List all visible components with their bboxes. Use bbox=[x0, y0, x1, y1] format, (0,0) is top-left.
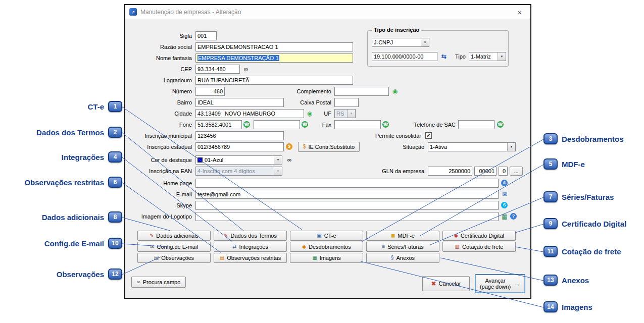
gln-more-button[interactable]: ... bbox=[510, 167, 523, 176]
observacoes-button[interactable]: ▤Observações bbox=[137, 253, 211, 263]
phone-icon[interactable]: ☎ bbox=[382, 121, 389, 128]
desdobramentos-button[interactable]: ◆Desdobramentos bbox=[290, 242, 363, 252]
cor-destaque-select[interactable]: 01-Azul ▼ bbox=[195, 155, 282, 165]
paperclip-icon: § bbox=[391, 255, 394, 260]
gln-value-2: 00001 bbox=[479, 168, 494, 174]
image-icon[interactable]: ▦ bbox=[501, 213, 508, 220]
note-icon: ▤ bbox=[154, 255, 159, 260]
integracoes-button[interactable]: ⇄Integrações bbox=[214, 242, 287, 252]
numero-field[interactable]: 460 bbox=[195, 87, 225, 96]
binoculars-icon[interactable]: ∞ bbox=[242, 66, 250, 73]
inscricao-municipal-field[interactable]: 123456 bbox=[195, 131, 284, 140]
gln-more-label: ... bbox=[514, 168, 518, 174]
callout-badge: 4 bbox=[108, 151, 122, 163]
callout-badge: 9 bbox=[543, 218, 558, 229]
tipo-label: Tipo bbox=[439, 52, 466, 61]
imagens-button[interactable]: ▦Imagens bbox=[290, 253, 363, 263]
app-icon: ↗ bbox=[129, 8, 137, 16]
tipo-matriz-select[interactable]: 1-Matriz ▼ bbox=[469, 52, 506, 61]
numero-label: Número bbox=[125, 87, 192, 96]
mdf-e-button[interactable]: ◼MDF-e bbox=[366, 231, 439, 241]
procura-campo-button[interactable]: ∞ Procura campo bbox=[131, 277, 186, 288]
imagem-logotipo-field[interactable] bbox=[195, 212, 499, 221]
dados-adicionais-button[interactable]: ✎Dados adicionais bbox=[137, 231, 211, 241]
tipo-documento-select[interactable]: J-CNPJ ▼ bbox=[372, 38, 429, 47]
envelope-icon: ✉ bbox=[150, 244, 154, 249]
config-de-email-button[interactable]: ✉Config.de E-mail bbox=[137, 242, 211, 252]
cotacao-de-frete-button[interactable]: ▥Cotação de frete bbox=[442, 242, 516, 252]
map-pin-icon[interactable]: ◉ bbox=[391, 88, 399, 95]
inscricao-estadual-field[interactable]: 012/3456789 bbox=[195, 142, 284, 151]
certificate-icon: ◆ bbox=[454, 233, 458, 238]
observacoes-restritas-button[interactable]: ▤Observações restritas bbox=[214, 253, 287, 263]
telefone-sac-field[interactable] bbox=[458, 120, 494, 129]
cor-destaque-label: Cor de destaque bbox=[125, 155, 192, 165]
dados-dos-termos-button[interactable]: ✎Dados dos Termos bbox=[214, 231, 287, 241]
tipo-inscricao-legend: Tipo de inscrição bbox=[372, 27, 421, 33]
close-icon[interactable]: × bbox=[509, 5, 530, 19]
cnpj-field[interactable]: 19.100.000/0000-00 bbox=[372, 52, 437, 61]
cancelar-button[interactable]: ✖ Cancelar bbox=[422, 276, 470, 291]
fone-field-1[interactable]: 51.3582.4001 bbox=[195, 120, 242, 129]
avancar-button[interactable]: Avançar (page down) → bbox=[475, 274, 525, 293]
callout-badge: 6 bbox=[108, 177, 122, 188]
home-page-field[interactable] bbox=[195, 179, 499, 188]
mail-icon[interactable]: ✉ bbox=[501, 191, 508, 198]
callout-badge: 2 bbox=[108, 127, 122, 138]
button-label: CT-e bbox=[324, 233, 336, 239]
anexos-button[interactable]: §Anexos bbox=[366, 253, 439, 263]
email-field[interactable]: teste@gmail.com bbox=[195, 190, 499, 199]
cancel-x-icon: ✖ bbox=[431, 281, 436, 287]
ct-e-button[interactable]: ▣CT-e bbox=[290, 231, 363, 241]
logradouro-field[interactable]: RUA TUPANCIRETÃ bbox=[195, 76, 353, 85]
fone-field-2[interactable] bbox=[254, 120, 300, 129]
phone-icon[interactable]: ☎ bbox=[497, 121, 504, 128]
split-icon: ◆ bbox=[302, 244, 306, 249]
telefone-sac-label: Telefone de SAC bbox=[389, 120, 456, 129]
help-icon[interactable]: ? bbox=[510, 213, 517, 220]
callout-badge: 11 bbox=[543, 246, 558, 257]
cep-value: 93.334-480 bbox=[197, 66, 226, 72]
permite-consolidar-checkbox[interactable]: ✓ bbox=[425, 132, 432, 139]
ie-contr-substituto-button[interactable]: $ IE Contr.Substituto bbox=[298, 142, 360, 152]
monitor-icon: ▣ bbox=[317, 233, 321, 238]
package-icon: ◼ bbox=[391, 233, 395, 238]
callout-label: Anexos bbox=[562, 276, 589, 285]
integration-icon: ⇄ bbox=[232, 244, 236, 249]
callout-ct-e: CT-e 1 bbox=[87, 101, 122, 112]
button-label: MDF-e bbox=[398, 233, 415, 239]
cep-field[interactable]: 93.334-480 bbox=[195, 65, 240, 74]
skype-icon[interactable]: S bbox=[501, 202, 508, 208]
money-icon[interactable]: $ bbox=[286, 143, 292, 150]
skype-field[interactable] bbox=[195, 201, 499, 210]
callout-anexos: 13 Anexos bbox=[543, 275, 589, 286]
callout-desdobramentos: 3 Desdobramentos bbox=[543, 133, 624, 144]
fax-field[interactable] bbox=[334, 120, 381, 129]
certificado-digital-button[interactable]: ◆Certificado Digital bbox=[442, 231, 516, 241]
callout-badge: 3 bbox=[543, 133, 558, 144]
callout-label: CT-e bbox=[87, 102, 104, 111]
sigla-field[interactable]: 001 bbox=[195, 31, 217, 40]
phone-icon[interactable]: ☎ bbox=[243, 121, 250, 128]
gln-field-2[interactable]: 00001 bbox=[474, 167, 497, 176]
callout-badge: 8 bbox=[108, 211, 122, 223]
window-title: Manutenção de empresas - Alteração bbox=[140, 9, 241, 16]
callout-label: Dados dos Termos bbox=[36, 128, 104, 137]
situacao-select[interactable]: 1-Ativa ▼ bbox=[428, 142, 516, 151]
gln-field-3[interactable]: 0 bbox=[499, 167, 508, 176]
callout-dados-adicionais: Dados adicionais 8 bbox=[42, 211, 122, 223]
series-faturas-button[interactable]: ≡Séries/Faturas bbox=[366, 242, 439, 252]
razao-social-field[interactable]: EMPRESA DEMONSTRACAO 1 bbox=[195, 42, 353, 51]
gln-field-1[interactable]: 2500000 bbox=[428, 167, 472, 176]
preview-glasses-icon[interactable]: ∞ bbox=[286, 156, 293, 164]
globe-icon[interactable]: ⊕ bbox=[501, 180, 508, 186]
fone-value-1: 51.3582.4001 bbox=[197, 122, 231, 128]
complemento-field[interactable] bbox=[334, 87, 389, 96]
fax-label: Fax bbox=[302, 120, 331, 129]
callout-mdf-e: 5 MDF-e bbox=[543, 158, 585, 170]
caixa-postal-field[interactable] bbox=[334, 98, 359, 107]
uf-label: UF bbox=[302, 109, 331, 118]
nome-fantasia-field[interactable]: EMPRESA DEMONSTRAÇÃO 1 bbox=[195, 53, 353, 63]
callout-observacoes-restritas: Observações restritas 6 bbox=[24, 177, 122, 188]
cidade-field[interactable]: 43.13409 NOVO HAMBURGO bbox=[195, 109, 304, 118]
